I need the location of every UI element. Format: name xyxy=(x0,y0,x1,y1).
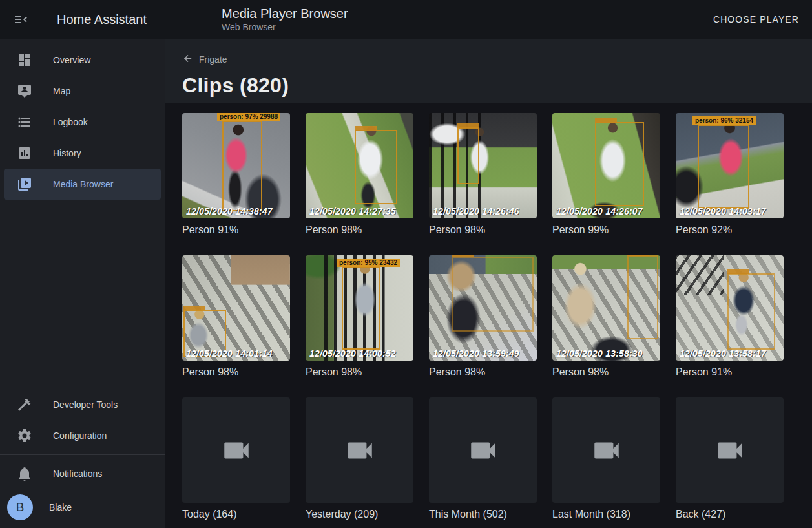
folder-caption: This Month (502) xyxy=(429,508,537,521)
folder-thumbnail xyxy=(429,397,537,503)
clip-timestamp-overlay: 12/05/2020 14:38:47 xyxy=(186,206,273,216)
configuration-icon xyxy=(17,428,32,443)
logbook-icon xyxy=(17,114,32,130)
page-heading: Clips (820) xyxy=(182,74,812,98)
sidebar-notifications: Notifications xyxy=(0,458,165,489)
detection-box-label: person: 95% 23432 xyxy=(337,259,400,267)
clip-card[interactable]: 12/05/2020 13:58:30Person 98% xyxy=(552,255,660,379)
folder-card[interactable]: Last Month (318) xyxy=(552,397,660,521)
choose-player-button[interactable]: CHOOSE PLAYER xyxy=(713,14,799,25)
sidebar-spacer xyxy=(0,200,165,389)
clip-timestamp-overlay: 12/05/2020 14:01:14 xyxy=(186,348,273,359)
main-area: OverviewMapLogbookHistoryMedia Browser D… xyxy=(0,39,812,528)
breadcrumb-back-button[interactable]: Frigate xyxy=(182,53,227,66)
video-camera-icon xyxy=(344,434,376,467)
sidebar-toggle-button[interactable] xyxy=(13,12,28,27)
detection-box xyxy=(595,122,644,206)
clip-thumbnail: person: 96% 3215412/05/2020 14:03:17 xyxy=(676,113,784,218)
content-header: Frigate Clips (820) xyxy=(165,39,812,103)
detection-box xyxy=(355,130,397,204)
sidebar-item-profile[interactable]: B Blake xyxy=(0,489,165,525)
video-camera-icon xyxy=(220,434,253,467)
clip-timestamp-overlay: 12/05/2020 14:26:07 xyxy=(556,206,643,216)
folder-card[interactable]: This Month (502) xyxy=(429,397,537,521)
sidebar-item-developer-tools[interactable]: Developer Tools xyxy=(4,389,161,420)
folder-caption: Today (164) xyxy=(182,508,290,521)
video-camera-icon xyxy=(714,434,746,467)
clip-thumbnail: 12/05/2020 14:27:35 xyxy=(306,113,413,218)
sidebar-item-map[interactable]: Map xyxy=(4,76,161,107)
detection-box: person: 96% 32154 xyxy=(698,125,749,209)
folder-card[interactable]: Today (164) xyxy=(182,397,290,521)
clip-thumbnail: person: 97% 2998812/05/2020 14:38:47 xyxy=(182,113,290,218)
sidebar-bottom: Developer ToolsConfiguration Notificatio… xyxy=(0,389,165,528)
folder-card[interactable]: Yesterday (209) xyxy=(306,397,413,521)
folder-thumbnail xyxy=(676,397,784,503)
clip-timestamp-overlay: 12/05/2020 13:59:49 xyxy=(433,348,519,359)
detection-box xyxy=(457,127,479,184)
app-title: Home Assistant xyxy=(57,12,147,27)
sidebar-item-label: Notifications xyxy=(53,469,102,479)
clip-card[interactable]: 12/05/2020 14:01:14Person 98% xyxy=(182,255,290,379)
bell-icon xyxy=(17,466,32,481)
clip-caption: Person 98% xyxy=(182,366,290,379)
sidebar-item-configuration[interactable]: Configuration xyxy=(4,420,161,451)
sidebar-item-label: Map xyxy=(53,86,70,96)
clip-caption: Person 98% xyxy=(429,366,537,379)
home-assistant-app: Home Assistant Media Player Browser Web … xyxy=(0,0,812,528)
clip-timestamp-overlay: 12/05/2020 14:03:17 xyxy=(680,206,766,216)
clip-timestamp-overlay: 12/05/2020 14:00:52 xyxy=(309,348,396,359)
detection-box: person: 97% 29988 xyxy=(222,121,262,211)
sidebar-nav: OverviewMapLogbookHistoryMedia Browser xyxy=(0,39,165,200)
clip-caption: Person 98% xyxy=(306,366,413,379)
breadcrumb-label: Frigate xyxy=(199,54,227,65)
folder-card[interactable]: Back (427) xyxy=(676,397,784,521)
page-title-block: Media Player Browser Web Browser xyxy=(222,6,348,33)
clip-timestamp-overlay: 12/05/2020 14:26:46 xyxy=(433,206,519,216)
folder-thumbnail xyxy=(552,397,660,503)
media-browser-icon xyxy=(17,176,32,192)
sidebar-item-logbook[interactable]: Logbook xyxy=(4,107,161,138)
sidebar-item-label: Overview xyxy=(53,55,90,65)
top-app-bar: Home Assistant Media Player Browser Web … xyxy=(0,0,812,39)
arrow-left-icon xyxy=(182,53,193,66)
content: Frigate Clips (820) person: 97% 2998812/… xyxy=(165,39,812,528)
clip-card[interactable]: 12/05/2020 13:58:17Person 91% xyxy=(676,255,784,379)
clip-thumbnail: 12/05/2020 13:58:17 xyxy=(676,255,784,361)
clip-card[interactable]: person: 97% 2998812/05/2020 14:38:47Pers… xyxy=(182,113,290,237)
clip-caption: Person 92% xyxy=(676,224,784,237)
sidebar-footer-nav: Developer ToolsConfiguration xyxy=(0,389,165,451)
clip-card[interactable]: 12/05/2020 14:27:35Person 98% xyxy=(306,113,413,237)
page-title: Media Player Browser xyxy=(222,6,348,21)
folder-caption: Back (427) xyxy=(676,508,784,521)
map-icon xyxy=(17,83,32,99)
clip-thumbnail: 12/05/2020 13:58:30 xyxy=(552,255,660,361)
clip-thumbnail: 12/05/2020 13:59:49 xyxy=(429,255,537,361)
sidebar-item-history[interactable]: History xyxy=(4,138,161,169)
clip-card[interactable]: person: 96% 3215412/05/2020 14:03:17Pers… xyxy=(676,113,784,237)
clip-caption: Person 91% xyxy=(182,224,290,237)
sidebar-item-label: Configuration xyxy=(53,430,107,441)
clip-caption: Person 91% xyxy=(676,366,784,379)
sidebar-divider xyxy=(0,454,165,455)
profile-name: Blake xyxy=(49,502,72,512)
clip-timestamp-overlay: 12/05/2020 13:58:17 xyxy=(680,348,766,359)
video-camera-icon xyxy=(467,434,499,467)
history-icon xyxy=(17,145,32,161)
clip-card[interactable]: 12/05/2020 13:59:49Person 98% xyxy=(429,255,537,379)
clip-caption: Person 98% xyxy=(306,224,413,237)
folder-caption: Yesterday (209) xyxy=(306,508,413,521)
clip-thumbnail: person: 95% 2343212/05/2020 14:00:52 xyxy=(306,255,413,361)
clip-thumbnail: 12/05/2020 14:26:46 xyxy=(429,113,537,218)
sidebar-item-overview[interactable]: Overview xyxy=(4,45,161,76)
folder-thumbnail xyxy=(306,397,413,503)
sidebar-item-notifications[interactable]: Notifications xyxy=(4,458,161,489)
detection-box-label: person: 97% 29988 xyxy=(217,113,280,121)
sidebar-item-label: History xyxy=(53,148,81,158)
media-grid: person: 97% 2998812/05/2020 14:38:47Pers… xyxy=(182,113,812,521)
clip-card[interactable]: 12/05/2020 14:26:07Person 99% xyxy=(552,113,660,237)
sidebar-item-media-browser[interactable]: Media Browser xyxy=(4,169,161,200)
clip-card[interactable]: person: 95% 2343212/05/2020 14:00:52Pers… xyxy=(306,255,413,379)
clip-card[interactable]: 12/05/2020 14:26:46Person 98% xyxy=(429,113,537,237)
clip-caption: Person 98% xyxy=(552,366,660,379)
